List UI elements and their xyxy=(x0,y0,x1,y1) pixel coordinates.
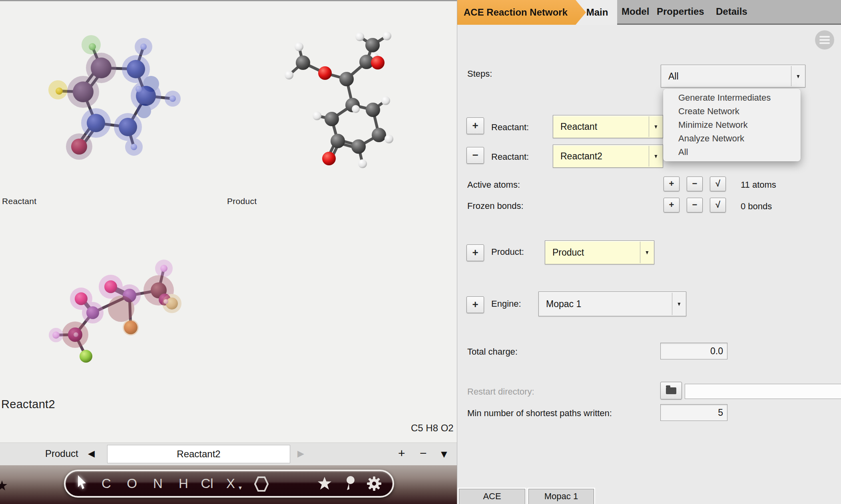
frozen-bonds-add-button[interactable]: + xyxy=(664,198,680,212)
engine-dropdown[interactable]: Mopac 1 ▼ xyxy=(538,292,686,316)
restart-directory-input[interactable] xyxy=(685,384,841,399)
zoom-out-button[interactable]: − xyxy=(420,446,427,460)
engine-dropdown-arrow-icon[interactable]: ▼ xyxy=(672,293,686,315)
reactant2-label: Reactant2 xyxy=(1,398,55,411)
product-molecule[interactable] xyxy=(276,24,448,192)
molecule-viewport[interactable]: Reactant Product Reactant2 C5 H8 O2 Prod… xyxy=(0,0,457,504)
element-button-n[interactable]: N xyxy=(153,476,163,491)
menu-item-generate-intermediates[interactable]: Generate Intermediates xyxy=(663,91,801,105)
product-row-label: Product: xyxy=(491,247,524,257)
min-paths-input[interactable] xyxy=(660,404,727,421)
tab-model[interactable]: Model xyxy=(622,6,649,17)
steps-dropdown-arrow-icon[interactable]: ▼ xyxy=(791,66,805,86)
element-button-cl[interactable]: Cl xyxy=(201,476,213,491)
active-atoms-confirm-button[interactable]: √ xyxy=(710,177,726,191)
product-label: Product xyxy=(227,196,257,206)
next-structure-button[interactable]: ▶ xyxy=(297,448,304,459)
restart-directory-label: Restart directory: xyxy=(467,387,534,397)
probe-tool-icon[interactable] xyxy=(345,476,356,492)
element-button-o[interactable]: O xyxy=(127,476,137,491)
frozen-bonds-label: Frozen bonds: xyxy=(467,201,524,211)
prev-structure-button[interactable]: ◀ xyxy=(88,448,95,459)
element-toolbar: C O N H Cl X ▼ xyxy=(64,470,394,498)
bottom-tab-ace[interactable]: ACE xyxy=(459,489,525,504)
restart-directory-browse-button[interactable] xyxy=(660,382,682,399)
total-charge-input[interactable] xyxy=(660,343,727,359)
add-engine-button[interactable]: + xyxy=(466,296,484,313)
select-cursor-icon[interactable] xyxy=(77,475,87,490)
reactant1-dropdown-arrow-icon[interactable]: ▼ xyxy=(649,116,663,137)
remove-reactant-button[interactable]: − xyxy=(466,147,484,164)
element-button-h[interactable]: H xyxy=(179,476,188,491)
reactant1-dropdown[interactable]: Reactant ▼ xyxy=(553,115,663,138)
settings-gear-icon[interactable] xyxy=(366,476,382,492)
bottom-tab-mopac[interactable]: Mopac 1 xyxy=(528,489,594,504)
viewport-menu-button[interactable]: ▼ xyxy=(439,448,449,460)
tab-details[interactable]: Details xyxy=(716,6,747,17)
panel-tab-bar: Model Properties Details xyxy=(617,0,841,25)
reactant2-row-label: Reactant: xyxy=(491,152,529,162)
menu-item-all[interactable]: All xyxy=(663,145,801,159)
steps-label: Steps: xyxy=(467,69,492,79)
menu-item-minimize-network[interactable]: Minimize Network xyxy=(663,118,801,132)
frozen-bonds-count: 0 bonds xyxy=(741,201,772,212)
product-dropdown-arrow-icon[interactable]: ▼ xyxy=(640,242,654,263)
current-structure-input[interactable] xyxy=(107,445,290,463)
active-atoms-add-button[interactable]: + xyxy=(664,177,680,191)
engine-label: Engine: xyxy=(491,299,521,309)
panel-menu-icon[interactable] xyxy=(815,30,834,50)
editor-toolbar-strip: C O N H Cl X ▼ xyxy=(0,465,457,504)
min-paths-label: Min number of shortest paths written: xyxy=(467,408,612,419)
viewport-top-divider xyxy=(0,0,457,1)
zoom-in-button[interactable]: + xyxy=(398,446,405,460)
reactant2-molecule[interactable] xyxy=(40,252,232,387)
menu-item-create-network[interactable]: Create Network xyxy=(663,105,801,118)
active-atoms-remove-button[interactable]: − xyxy=(687,177,703,191)
favorites-star-icon[interactable] xyxy=(317,476,332,491)
product-dropdown[interactable]: Product ▼ xyxy=(545,240,654,264)
folder-icon xyxy=(666,387,676,394)
reactant2-dropdown-arrow-icon[interactable]: ▼ xyxy=(649,146,663,167)
application-window: Reactant Product Reactant2 C5 H8 O2 Prod… xyxy=(0,0,841,504)
add-product-button[interactable]: + xyxy=(466,244,484,261)
reactant1-label: Reactant: xyxy=(491,122,529,133)
element-button-c[interactable]: C xyxy=(102,476,111,491)
frozen-bonds-remove-button[interactable]: − xyxy=(687,198,703,212)
element-x-caret-icon[interactable]: ▼ xyxy=(238,485,243,491)
reactant2-dropdown[interactable]: Reactant2 ▼ xyxy=(553,145,663,168)
active-atoms-count: 11 atoms xyxy=(741,180,776,190)
chemical-formula: C5 H8 O2 xyxy=(411,423,454,434)
frozen-bonds-confirm-button[interactable]: √ xyxy=(710,198,726,212)
menu-item-analyze-network[interactable]: Analyze Network xyxy=(663,132,801,145)
steps-dropdown[interactable]: All ▼ xyxy=(661,65,805,87)
reactant-molecule[interactable] xyxy=(24,24,192,172)
panel-title-tab[interactable]: ACE Reaction Network xyxy=(457,0,586,25)
reactant-label: Reactant xyxy=(2,196,36,206)
ring-tool-icon[interactable] xyxy=(254,476,269,492)
steps-dropdown-menu: Generate Intermediates Create Network Mi… xyxy=(663,89,801,161)
total-charge-label: Total charge: xyxy=(467,347,518,357)
active-atoms-label: Active atoms: xyxy=(467,180,520,190)
add-reactant-button[interactable]: + xyxy=(466,117,484,134)
prev-structure-label: Product xyxy=(45,448,78,459)
background-star-icon xyxy=(0,480,7,491)
viewport-nav-bar: Product ◀ ▶ + − ▼ xyxy=(0,442,457,466)
ace-reaction-network-panel: Model Properties Details Main ACE Reacti… xyxy=(457,0,841,504)
tab-properties[interactable]: Properties xyxy=(657,6,704,17)
element-button-x[interactable]: X xyxy=(226,476,235,491)
